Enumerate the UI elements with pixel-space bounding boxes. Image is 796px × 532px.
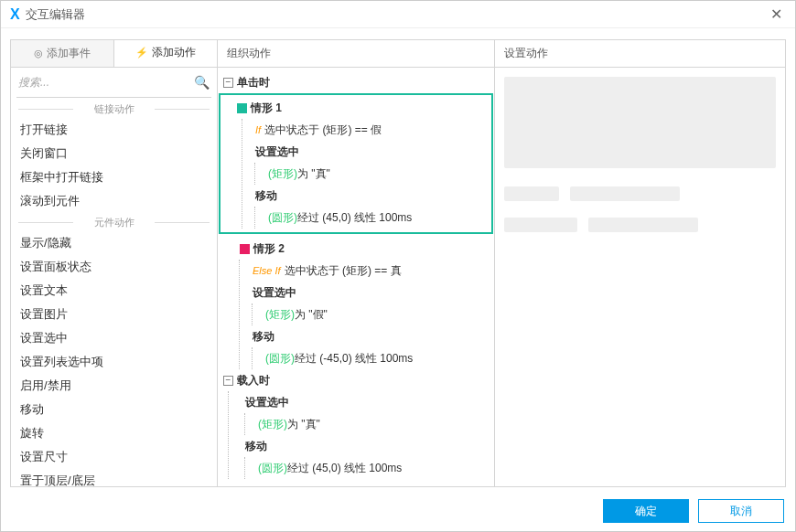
placeholder-block [504, 77, 776, 168]
action-enable-disable[interactable]: 启用/禁用 [11, 374, 217, 398]
action-open-in-frame[interactable]: 框架中打开链接 [11, 165, 217, 189]
load-a2-target: (圆形) [258, 459, 287, 477]
load-action1-label[interactable]: 设置选中 [240, 391, 494, 413]
case2-cond-text: 选中状态于 (矩形) == 真 [285, 261, 402, 280]
action-set-panel-state[interactable]: 设置面板状态 [11, 255, 217, 279]
close-icon[interactable]: ✕ [767, 5, 786, 23]
lightning-icon: ⚡ [135, 47, 148, 59]
load-a1-rest: 为 "真" [287, 415, 320, 433]
app-logo-icon: X [10, 6, 20, 23]
case1-name: 情形 1 [251, 99, 282, 117]
case1-action1-label[interactable]: 设置选中 [250, 141, 491, 163]
action-scroll-to[interactable]: 滚动到元件 [11, 189, 217, 213]
case2-a1-rest: 为 "假" [295, 305, 328, 324]
collapse-icon[interactable]: − [223, 78, 233, 88]
event-onload[interactable]: − 载入时 [218, 369, 494, 391]
right-header: 设置动作 [495, 40, 785, 68]
section-widget-actions: 元件动作 [11, 213, 217, 231]
action-open-link[interactable]: 打开链接 [11, 118, 217, 142]
placeholder-block [504, 218, 577, 232]
mid-panel: 组织动作 − 单击时 情形 1 If 选中状态于 (矩形) [218, 39, 495, 487]
settings-placeholder-area [495, 68, 785, 241]
case1-cond-text: 选中状态于 (矩形) == 假 [264, 121, 382, 139]
window-title: 交互编辑器 [26, 6, 85, 23]
case1-a2-rest: 经过 (45,0) 线性 100ms [297, 208, 412, 227]
left-tabs: ◎ 添加事件 ⚡ 添加动作 [11, 40, 217, 68]
case2-action2-label[interactable]: 移动 [247, 325, 494, 347]
placeholder-block [588, 218, 698, 232]
action-bring-front-back[interactable]: 置于顶层/底层 [11, 469, 217, 486]
case2-action1-detail[interactable]: (矩形) 为 "假" [260, 303, 494, 325]
action-set-image[interactable]: 设置图片 [11, 303, 217, 326]
case2-name: 情形 2 [253, 239, 285, 258]
action-set-text[interactable]: 设置文本 [11, 279, 217, 303]
event-onclick-label: 单击时 [237, 73, 270, 91]
interaction-editor-window: X 交互编辑器 ✕ ◎ 添加事件 ⚡ 添加动作 🔍 链接动作 [0, 0, 796, 532]
action-rotate[interactable]: 旋转 [11, 421, 217, 445]
case2-a2-target: (圆形) [265, 349, 295, 367]
case2-a2-rest: 经过 (-45,0) 线性 100ms [295, 349, 413, 367]
case-badge-icon [240, 244, 250, 254]
separator [16, 97, 211, 98]
placeholder-block [570, 186, 680, 201]
action-tree: − 单击时 情形 1 If 选中状态于 (矩形) == 假 设置选中 [218, 68, 494, 486]
case2-condition[interactable]: Else If 选中状态于 (矩形) == 真 [247, 260, 494, 282]
case1-action2-label[interactable]: 移动 [250, 185, 491, 207]
elseif-keyword: Else If [253, 261, 281, 280]
if-keyword: If [255, 121, 261, 139]
load-a1-target: (矩形) [258, 415, 287, 433]
event-onload-label: 载入时 [237, 371, 270, 389]
action-close-window[interactable]: 关闭窗口 [11, 142, 217, 165]
ok-button[interactable]: 确定 [603, 499, 689, 523]
action-show-hide[interactable]: 显示/隐藏 [11, 231, 217, 255]
mid-header: 组织动作 [218, 40, 494, 68]
case1-box[interactable]: 情形 1 If 选中状态于 (矩形) == 假 设置选中 (矩形) 为 "真" [219, 93, 493, 234]
load-action2-detail[interactable]: (圆形) 经过 (45,0) 线性 100ms [253, 457, 494, 479]
action-list: 链接动作 打开链接 关闭窗口 框架中打开链接 滚动到元件 元件动作 显示/隐藏 … [11, 100, 217, 486]
collapse-icon[interactable]: − [223, 376, 233, 386]
content-area: ◎ 添加事件 ⚡ 添加动作 🔍 链接动作 打开链接 关闭窗口 框架中打开链接 滚… [1, 28, 795, 491]
footer: 确定 取消 [1, 491, 795, 531]
case2-row[interactable]: 情形 2 [234, 238, 494, 260]
case1-condition[interactable]: If 选中状态于 (矩形) == 假 [250, 119, 491, 141]
titlebar: X 交互编辑器 ✕ [1, 1, 795, 28]
case1-a1-target: (矩形) [268, 165, 297, 183]
right-panel: 设置动作 [495, 39, 786, 487]
load-a2-rest: 经过 (45,0) 线性 100ms [287, 459, 402, 477]
placeholder-block [504, 186, 559, 201]
case1-a2-target: (圆形) [268, 208, 297, 227]
load-action1-detail[interactable]: (矩形) 为 "真" [253, 413, 494, 435]
case1-action1-detail[interactable]: (矩形) 为 "真" [263, 163, 491, 185]
cancel-button[interactable]: 取消 [698, 499, 784, 523]
search-row: 🔍 [11, 68, 217, 97]
left-panel: ◎ 添加事件 ⚡ 添加动作 🔍 链接动作 打开链接 关闭窗口 框架中打开链接 滚… [10, 39, 218, 487]
case2-action1-label[interactable]: 设置选中 [247, 282, 494, 303]
case2-a1-target: (矩形) [265, 305, 295, 324]
case2-action2-detail[interactable]: (圆形) 经过 (-45,0) 线性 100ms [260, 347, 494, 369]
case-badge-icon [237, 103, 247, 113]
load-action2-label[interactable]: 移动 [240, 435, 494, 457]
search-icon[interactable]: 🔍 [194, 75, 210, 90]
case1-a1-rest: 为 "真" [297, 165, 330, 183]
tab-add-action[interactable]: ⚡ 添加动作 [114, 40, 217, 67]
action-set-size[interactable]: 设置尺寸 [11, 445, 217, 469]
tab-add-event-label: 添加事件 [47, 46, 91, 61]
event-onclick[interactable]: − 单击时 [218, 71, 494, 93]
search-input[interactable] [18, 76, 194, 89]
action-set-list-selected[interactable]: 设置列表选中项 [11, 350, 217, 374]
case1-action2-detail[interactable]: (圆形) 经过 (45,0) 线性 100ms [263, 207, 491, 229]
tab-add-action-label: 添加动作 [152, 45, 196, 60]
target-icon: ◎ [34, 48, 43, 59]
action-move[interactable]: 移动 [11, 398, 217, 421]
section-link-actions: 链接动作 [11, 100, 217, 118]
action-set-selected[interactable]: 设置选中 [11, 326, 217, 350]
tab-add-event[interactable]: ◎ 添加事件 [11, 40, 114, 67]
